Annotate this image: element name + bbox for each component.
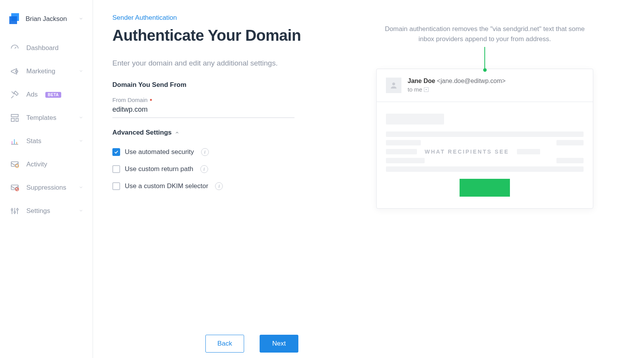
ads-icon (9, 90, 20, 99)
sidebar-item-dashboard[interactable]: Dashboard (0, 36, 93, 60)
next-button[interactable]: Next (260, 335, 298, 353)
beta-badge: BETA (45, 92, 61, 98)
preview-watermark: WHAT RECIPIENTS SEE (425, 149, 509, 155)
from-domain-input[interactable] (112, 103, 294, 118)
sidebar-item-activity[interactable]: Activity (0, 153, 93, 176)
required-indicator-icon (150, 99, 152, 101)
option-label: Use custom return path (125, 165, 193, 173)
activity-icon (9, 160, 20, 169)
sidebar-nav: Dashboard Marketing Ads BETA T (0, 36, 93, 223)
svg-point-14 (11, 209, 13, 211)
option-label: Use a custom DKIM selector (125, 182, 208, 190)
breadcrumb[interactable]: Sender Authentication (112, 14, 322, 22)
avatar-icon (386, 78, 401, 93)
chevron-up-icon (175, 130, 179, 135)
placeholder-block (386, 131, 584, 137)
placeholder-block (517, 149, 540, 154)
svg-point-19 (392, 83, 395, 85)
advanced-settings-label: Advanced Settings (112, 129, 172, 137)
preview-sender-name: Jane Doe (408, 78, 435, 84)
stats-icon (9, 137, 20, 146)
sidebar-item-label: Activity (26, 161, 47, 168)
sidebar-item-label: Settings (26, 207, 50, 215)
svg-point-16 (14, 211, 15, 213)
info-icon[interactable]: i (215, 182, 223, 190)
chevron-down-icon (79, 184, 83, 191)
svg-rect-8 (11, 162, 18, 166)
sidebar-item-label: Marketing (26, 67, 55, 75)
section-domain-title: Domain You Send From (112, 81, 322, 89)
chevron-down-icon (79, 138, 83, 145)
main-content: Sender Authentication Authenticate Your … (93, 0, 644, 358)
email-preview-card: Jane Doe <jane.doe@editwp.com> to me (376, 69, 593, 209)
placeholder-block (386, 158, 425, 163)
chevron-down-icon (79, 114, 83, 121)
chevron-down-icon (79, 16, 83, 22)
info-icon[interactable]: i (201, 148, 209, 156)
checkbox-icon[interactable] (112, 148, 120, 156)
sidebar-item-label: Templates (26, 114, 56, 122)
sidebar-item-templates[interactable]: Templates (0, 106, 93, 130)
advanced-settings-toggle[interactable]: Advanced Settings (112, 129, 322, 137)
callout-line-icon (484, 47, 485, 70)
option-custom-return-path[interactable]: Use custom return path i (112, 161, 322, 178)
option-automated-security[interactable]: Use automated security i (112, 144, 322, 161)
page-intro: Enter your domain and edit any additiona… (112, 57, 322, 69)
placeholder-block (386, 149, 417, 154)
checkbox-icon[interactable] (112, 165, 120, 173)
chevron-down-icon (79, 208, 83, 214)
user-name: Brian Jackson (26, 15, 67, 23)
back-button[interactable]: Back (205, 335, 244, 353)
sidebar-item-ads[interactable]: Ads BETA (0, 83, 93, 106)
placeholder-block (556, 140, 584, 145)
preview-sender-email: <jane.doe@editwp.com> (437, 78, 506, 84)
chevron-down-icon (79, 68, 83, 75)
suppressions-icon (9, 183, 20, 192)
checkbox-icon[interactable] (112, 182, 120, 190)
user-switcher[interactable]: Brian Jackson (0, 8, 93, 36)
preview-column: Domain authentication removes the "via s… (345, 14, 625, 335)
recipient-dropdown-icon (424, 87, 429, 92)
preview-recipient: to me (408, 86, 422, 93)
option-custom-dkim[interactable]: Use a custom DKIM selector i (112, 178, 322, 195)
sidebar-item-label: Ads (26, 91, 38, 99)
sidebar-item-label: Stats (26, 137, 41, 145)
app-logo-icon (9, 13, 21, 25)
settings-icon (9, 206, 20, 216)
help-text: Domain authentication removes the "via s… (382, 24, 587, 44)
svg-line-12 (16, 188, 18, 190)
sidebar: Brian Jackson Dashboard Marketing (0, 0, 93, 358)
page-title: Authenticate Your Domain (112, 26, 322, 44)
sidebar-item-label: Suppressions (26, 184, 66, 192)
wizard-footer: Back Next (205, 335, 298, 353)
sidebar-item-stats[interactable]: Stats (0, 130, 93, 153)
marketing-icon (9, 67, 20, 76)
sidebar-item-marketing[interactable]: Marketing (0, 60, 93, 83)
sidebar-item-settings[interactable]: Settings (0, 199, 93, 223)
svg-rect-2 (11, 118, 14, 121)
placeholder-block (556, 158, 584, 163)
sidebar-item-suppressions[interactable]: Suppressions (0, 176, 93, 199)
svg-marker-20 (425, 89, 427, 90)
templates-icon (9, 113, 20, 123)
info-icon[interactable]: i (200, 165, 208, 173)
from-domain-label: From Domain (112, 97, 322, 103)
option-label: Use automated security (125, 148, 194, 156)
placeholder-block (386, 140, 421, 145)
placeholder-block (386, 114, 444, 125)
form-column: Sender Authentication Authenticate Your … (112, 14, 322, 335)
dashboard-icon (9, 43, 20, 53)
preview-cta-button (460, 179, 510, 197)
svg-point-18 (17, 209, 18, 210)
sidebar-item-label: Dashboard (26, 44, 59, 52)
svg-rect-3 (16, 118, 18, 121)
from-domain-label-text: From Domain (112, 97, 148, 103)
svg-rect-1 (11, 114, 18, 117)
placeholder-block (386, 166, 584, 172)
